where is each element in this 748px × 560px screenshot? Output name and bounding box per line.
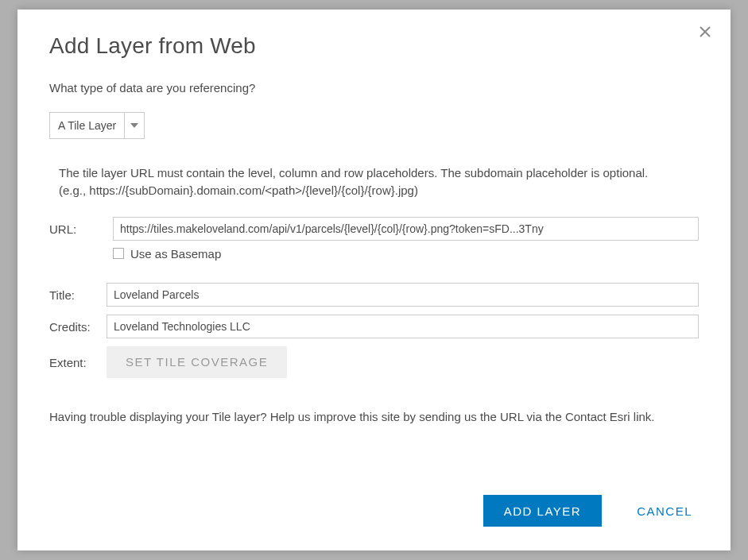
basemap-checkbox-label: Use as Basemap [130, 247, 221, 261]
modal-footer: ADD LAYER CANCEL [49, 476, 699, 527]
close-icon [699, 25, 711, 38]
basemap-checkbox[interactable] [113, 248, 124, 259]
modal-title: Add Layer from Web [49, 33, 699, 59]
cancel-button[interactable]: CANCEL [637, 504, 692, 518]
description-line2: (e.g., https://{subDomain}.domain.com/<p… [59, 183, 418, 197]
extent-label: Extent: [49, 354, 107, 369]
url-label: URL: [49, 221, 113, 236]
description-line1: The tile layer URL must contain the leve… [59, 166, 648, 180]
type-prompt: What type of data are you referencing? [49, 81, 699, 95]
layer-type-select[interactable]: A Tile Layer [49, 112, 145, 139]
title-label: Title: [49, 287, 107, 302]
help-text: Having trouble displaying your Tile laye… [49, 408, 699, 425]
url-input[interactable] [113, 217, 699, 241]
credits-input[interactable] [107, 315, 699, 338]
close-button[interactable] [696, 22, 715, 41]
set-tile-coverage-button[interactable]: SET TILE COVERAGE [107, 346, 287, 378]
add-layer-button[interactable]: ADD LAYER [483, 495, 602, 527]
dropdown-arrow [125, 113, 144, 138]
add-layer-modal: Add Layer from Web What type of data are… [17, 10, 731, 550]
title-input[interactable] [107, 283, 699, 307]
chevron-down-icon [130, 123, 138, 128]
credits-label: Credits: [49, 319, 107, 334]
layer-type-value: A Tile Layer [50, 113, 125, 138]
tile-url-description: The tile layer URL must contain the leve… [49, 164, 699, 199]
